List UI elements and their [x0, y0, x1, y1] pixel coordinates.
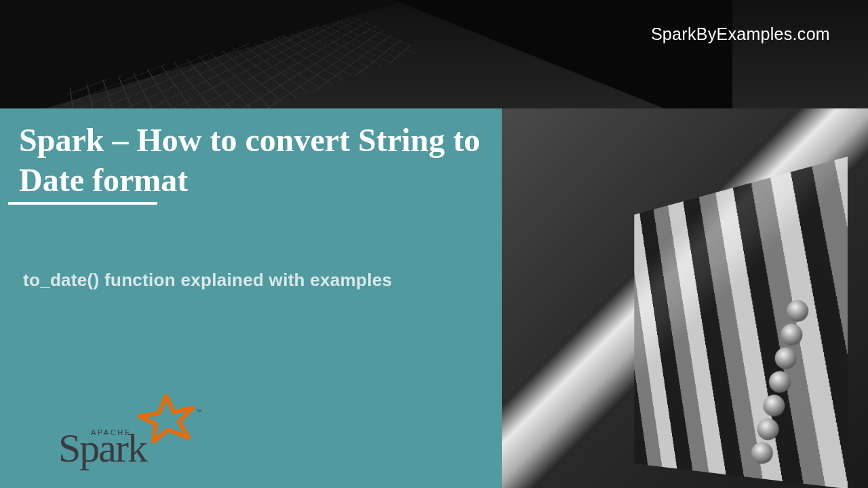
- page-subtitle: to_date() function explained with exampl…: [23, 270, 392, 291]
- title-underline: [8, 202, 157, 205]
- logo-tm: ™: [195, 408, 202, 415]
- site-label: SparkByExamples.com: [651, 24, 830, 44]
- logo-name: Spark: [58, 425, 146, 472]
- page-title: Spark – How to convert String to Date fo…: [19, 121, 500, 200]
- content-panel: Spark – How to convert String to Date fo…: [0, 108, 502, 488]
- spark-logo: APACHE Spark ™: [57, 393, 199, 474]
